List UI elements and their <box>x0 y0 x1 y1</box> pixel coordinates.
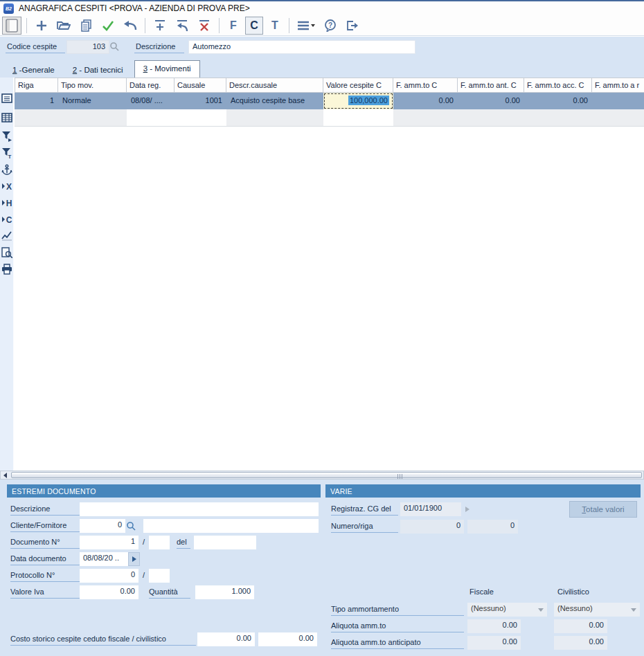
row-add-icon[interactable] <box>150 17 170 35</box>
table-row-empty[interactable] <box>15 109 644 127</box>
movements-table: Riga Tipo mov. Data reg. Causale Descr.c… <box>15 78 644 127</box>
row-undo-icon[interactable] <box>172 17 192 35</box>
totale-view-button[interactable]: T <box>266 19 284 32</box>
cliente-fornitore-label: Cliente/Fornitore <box>10 520 80 532</box>
cell-causale[interactable]: 1001 <box>175 93 226 109</box>
codice-search-icon[interactable] <box>109 42 120 52</box>
movimenti-grid-area: T X H C Riga Tipo mov. Data reg. Causale… <box>0 78 644 471</box>
documento-n-field[interactable]: 1 <box>80 536 138 549</box>
tipo-amm-civilistico-dropdown[interactable]: (Nessuno) <box>554 603 640 617</box>
row-delete-icon[interactable] <box>195 17 214 35</box>
tipo-amm-fiscale-dropdown[interactable]: (Nessuno) <box>467 603 547 617</box>
civilistico-view-button[interactable]: C <box>245 17 263 35</box>
svg-text:?: ? <box>328 21 332 29</box>
tab-generale[interactable]: 1 -Generale <box>6 63 62 78</box>
cliente-fornitore-field[interactable]: 0 <box>80 519 125 533</box>
svg-text:T: T <box>8 154 12 158</box>
del-date-field[interactable] <box>194 536 256 549</box>
del-label: del <box>177 536 190 549</box>
empty-cell <box>393 109 458 126</box>
empty-cell <box>524 109 592 126</box>
chart-icon[interactable] <box>1 230 12 242</box>
aliquota-ammto-label: Aliquota amm.to <box>331 620 464 632</box>
col-f-ammto-a-r[interactable]: F. amm.to a r <box>592 78 644 93</box>
aliquota-anticipato-label: Aliquota amm.to anticipato <box>331 637 464 649</box>
toolbar-separator <box>219 18 220 33</box>
documento-bis-field[interactable] <box>149 536 170 549</box>
cell-valore-cespite-focused[interactable]: 100,000.00 <box>323 93 393 109</box>
horizontal-scrollbar[interactable] <box>0 471 644 480</box>
export-x-icon[interactable]: X <box>1 181 12 192</box>
costo-civilistico-field[interactable]: 0.00 <box>258 632 317 646</box>
documento-n-label: Documento N° <box>10 536 80 549</box>
tab-movimenti[interactable]: 3 - Movimenti <box>134 60 200 78</box>
help-icon[interactable]: ? <box>321 17 340 35</box>
col-causale[interactable]: Causale <box>175 78 226 93</box>
form-view-icon[interactable] <box>1 93 12 104</box>
toolbar-separator <box>289 18 289 33</box>
col-tipo-mov[interactable]: Tipo mov. <box>58 78 127 93</box>
cell-f-ammto-acc[interactable]: 0.00 <box>524 93 592 109</box>
filter-remove-icon[interactable]: T <box>1 147 12 158</box>
table-row[interactable]: 1 Normale 08/08/ .... 1001 Acquisto cesp… <box>15 93 644 109</box>
doc-descrizione-field[interactable] <box>80 502 319 516</box>
cliente-descrizione-field <box>143 519 319 533</box>
col-data-reg[interactable]: Data reg. <box>127 78 175 93</box>
col-riga[interactable]: Riga <box>15 78 58 93</box>
cell-f-ammto-ant[interactable]: 0.00 <box>458 93 524 109</box>
fiscale-view-button[interactable]: F <box>224 19 242 32</box>
splitter-grip[interactable] <box>394 474 405 479</box>
export-h-icon[interactable]: H <box>1 197 12 208</box>
codice-cespite-field[interactable]: 103 <box>66 40 109 54</box>
form-window-icon[interactable] <box>2 17 21 35</box>
cell-data-reg[interactable]: 08/08/ .... <box>127 93 175 109</box>
grid-view-icon[interactable] <box>1 112 12 123</box>
valore-iva-field[interactable]: 0.00 <box>80 585 138 599</box>
exit-icon[interactable] <box>343 17 362 35</box>
cell-f-ammto-a-r[interactable] <box>592 93 644 109</box>
cell-f-ammto-c[interactable]: 0.00 <box>393 93 458 109</box>
print-preview-icon[interactable] <box>1 247 12 258</box>
documento-separator: / <box>143 538 145 546</box>
empty-data-cell[interactable] <box>127 109 226 126</box>
confirm-check-icon[interactable] <box>98 17 118 35</box>
open-folder-icon[interactable] <box>54 17 73 35</box>
filter-icon[interactable] <box>1 131 12 142</box>
aliquota-ant-fiscale-field: 0.00 <box>467 636 521 650</box>
cell-tipo-mov[interactable]: Normale <box>58 93 127 109</box>
empty-valore-cell[interactable] <box>323 109 393 126</box>
new-icon[interactable] <box>32 17 51 35</box>
export-c-icon[interactable]: C <box>1 214 12 225</box>
protocollo-bis-field[interactable] <box>149 569 170 583</box>
totale-valori-button[interactable]: Totale valori <box>569 501 637 518</box>
copy-icon[interactable] <box>76 17 96 35</box>
data-documento-calendar-icon[interactable] <box>128 552 140 566</box>
undo-icon[interactable] <box>120 17 140 35</box>
print-icon[interactable] <box>1 264 12 275</box>
col-f-ammto-c[interactable]: F. amm.to C <box>393 78 458 93</box>
cell-descr-causale[interactable]: Acquisto cespite base <box>226 93 323 109</box>
anchor-icon[interactable] <box>1 164 12 175</box>
cliente-search-icon[interactable] <box>125 519 137 533</box>
cell-riga[interactable]: 1 <box>15 93 58 109</box>
scroll-left-icon[interactable] <box>1 471 10 479</box>
col-descr-causale[interactable]: Descr.causale <box>226 78 323 93</box>
svg-text:C: C <box>6 215 12 225</box>
costo-fiscale-field[interactable]: 0.00 <box>197 632 255 646</box>
numero-field: 0 <box>400 520 464 534</box>
registraz-cg-label: Registraz. CG del <box>331 503 398 516</box>
empty-cell <box>458 109 524 126</box>
scrollbar-thumb[interactable] <box>11 472 642 478</box>
registraz-calendar-icon <box>461 502 473 516</box>
col-valore-cespite[interactable]: Valore cespite C <box>323 78 393 93</box>
col-f-ammto-acc[interactable]: F. amm.to acc. C <box>524 78 592 93</box>
protocollo-n-field[interactable]: 0 <box>80 569 138 583</box>
descrizione-field[interactable]: Automezzo <box>188 40 415 54</box>
estremi-documento-header: ESTREMI DOCUMENTO <box>7 484 321 498</box>
menu-icon[interactable] <box>294 17 318 35</box>
quantita-field[interactable]: 1.000 <box>195 585 254 599</box>
data-documento-label: Data documento <box>10 553 80 565</box>
col-f-ammto-ant[interactable]: F. amm.to ant. C <box>458 78 524 93</box>
data-documento-field[interactable]: 08/08/20 .. <box>80 552 128 566</box>
tab-dati-tecnici[interactable]: 2 - Dati tecnici <box>66 63 130 78</box>
